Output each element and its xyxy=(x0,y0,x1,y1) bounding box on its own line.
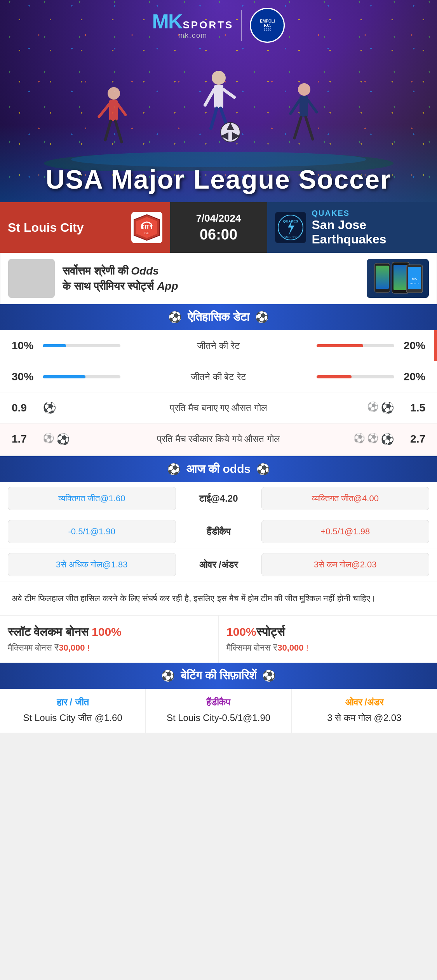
bonus-pct-sports: 100% xyxy=(226,625,256,638)
svg-rect-34 xyxy=(393,265,408,290)
bonus-pct-slots: 100% xyxy=(92,625,122,638)
right-bar-win-rate xyxy=(317,344,394,347)
app-mockup-svg: MK SPORTS xyxy=(371,260,425,297)
svg-point-13 xyxy=(298,83,310,96)
table-row: 0.9 ⚽ प्रति मैच बनाए गए औसत गोल ⚽ ⚽ 1.5 xyxy=(0,392,437,424)
odds-btn-over-left[interactable]: 3से अधिक गोल@1.83 xyxy=(8,553,176,576)
table-row: 10% जीतने की रेट 20% xyxy=(0,330,437,361)
soccer-icon-rec-right: ⚽ xyxy=(262,669,276,682)
bonus-amt-sports: 30,000 xyxy=(277,643,303,653)
promo-banner[interactable]: सर्वोत्तम श्रेणी की Odds के साथ प्रीमियर… xyxy=(0,253,437,304)
match-time: 06:00 xyxy=(200,226,237,243)
odds-row: 3से अधिक गोल@1.83 ओवर /अंडर 3से कम गोल@2… xyxy=(0,548,437,581)
soccer-icon-odds-right: ⚽ xyxy=(256,463,270,476)
soccer-icon-odds-left: ⚽ xyxy=(167,463,181,476)
rec-value-handicap: St Louis City-0.5/1@1.90 xyxy=(151,711,285,725)
svg-text:SPORTS: SPORTS xyxy=(410,282,420,285)
left-value-win-rate: 10% xyxy=(12,340,43,352)
hero-title: USA Major League Soccer xyxy=(0,164,437,194)
odds-btn-handicap-right[interactable]: +0.5/1@1.98 xyxy=(261,520,430,543)
team-left-logo: CITY SC xyxy=(131,212,162,243)
odds-label-win: टाई@4.20 xyxy=(180,493,258,504)
team-right-abbr: QUAKES xyxy=(312,209,430,218)
right-value-avg-conceded: 2.7 xyxy=(394,433,425,445)
promo-text-area: सर्वोत्तम श्रेणी की Odds के साथ प्रीमियर… xyxy=(63,263,359,294)
empoli-name: EMPOLIF.C. xyxy=(260,19,275,28)
team-right-name: San Jose Earthquakes xyxy=(312,218,430,247)
rec-type-over-under: ओवर /अंडर xyxy=(298,697,431,708)
bonus-label-slots: स्लॉट वेलकम बोनस xyxy=(8,625,92,638)
svg-rect-26 xyxy=(151,224,152,229)
svg-rect-2 xyxy=(214,85,223,108)
historical-section-header: ⚽ ऐतिहासिक डेटा ⚽ xyxy=(0,304,437,330)
svg-line-5 xyxy=(211,108,217,128)
right-bar-bet-rate xyxy=(317,375,394,378)
ball-icon: ⚽ xyxy=(43,401,56,414)
team-right: QUAKES SAN JOSE QUAKES San Jose Earthqua… xyxy=(267,202,437,253)
team-left-name: St Louis City xyxy=(8,220,125,235)
promo-image-placeholder xyxy=(8,259,55,298)
odds-row: -0.5/1@1.90 हैंडीकैप +0.5/1@1.98 xyxy=(0,515,437,548)
bonus-subtitle-sports: मैक्सिमम बोनस ₹30,000 ! xyxy=(226,643,429,653)
left-bar-win-rate xyxy=(43,344,120,347)
ball-icon: ⚽ xyxy=(43,433,54,446)
right-value-bet-rate: 20% xyxy=(394,371,425,383)
left-value-avg-conceded: 1.7 xyxy=(12,433,43,445)
rec-type-win-loss: हार / जीत xyxy=(6,697,139,708)
bonus-title-sports: 100%स्पोर्ट्स xyxy=(226,625,429,639)
ball-icon: ⚽ xyxy=(56,433,70,446)
odds-label-over: ओवर /अंडर xyxy=(180,559,258,570)
bonus-title-slots: स्लॉट वेलकम बोनस 100% xyxy=(8,625,211,639)
odds-btn-over-right[interactable]: 3से कम गोल@2.03 xyxy=(261,553,430,576)
odds-section-title: आज की odds xyxy=(186,462,251,476)
match-date: 7/04/2024 xyxy=(196,212,241,224)
sports-text: SPORTS xyxy=(183,19,233,31)
recommendations-section: हार / जीत St Louis City जीत @1.60 हैंडीक… xyxy=(0,689,437,733)
svg-line-18 xyxy=(306,117,313,139)
svg-line-4 xyxy=(223,89,234,97)
team-left: St Louis City CITY SC xyxy=(0,202,170,253)
rec-value-win-loss: St Louis City जीत @1.60 xyxy=(6,711,139,725)
bonus-card-slots[interactable]: स्लॉट वेलकम बोनस 100% मैक्सिमम बोनस ₹30,… xyxy=(0,616,219,663)
left-bar-bet-rate xyxy=(43,375,120,378)
match-bar: St Louis City CITY SC 7/04/2024 06:00 xyxy=(0,202,437,253)
odds-btn-win-right[interactable]: व्यक्तिगत जीत@4.00 xyxy=(261,487,430,510)
brand-logo-area: MK SPORTS mk.com EMPOLIF.C. 1920 xyxy=(152,8,285,43)
ball-icon: ⚽ xyxy=(367,433,379,446)
ball-icon: ⚽ xyxy=(367,401,379,414)
odds-section-header: ⚽ आज की odds ⚽ xyxy=(0,456,437,482)
right-value-avg-goals: 1.5 xyxy=(394,402,425,414)
center-label-bet-rate: जीतने की बेट रेट xyxy=(120,371,317,382)
bonus-subtitle-slots: मैक्सिमम बोनस ₹30,000 ! xyxy=(8,643,211,653)
svg-line-12 xyxy=(115,121,122,142)
svg-line-9 xyxy=(99,104,109,117)
bonus-amt-slots: 30,000 xyxy=(59,643,85,653)
mk-domain: mk.com xyxy=(178,32,207,40)
svg-line-3 xyxy=(205,89,214,105)
promo-text: सर्वोत्तम श्रेणी की Odds के साथ प्रीमियर… xyxy=(63,263,359,294)
svg-line-15 xyxy=(291,100,299,114)
svg-text:QUAKES: QUAKES xyxy=(283,219,298,223)
logo-divider xyxy=(241,10,242,41)
svg-rect-8 xyxy=(109,100,118,121)
bonus-card-sports[interactable]: 100%स्पोर्ट्स मैक्सिमम बोनस ₹30,000 ! xyxy=(219,616,437,663)
analysis-section: अवे टीम फिलहाल जीत हासिल करने के लिए संघ… xyxy=(0,581,437,615)
ball-icon: ⚽ xyxy=(381,401,394,414)
promo-app-image: MK SPORTS xyxy=(367,259,429,298)
rec-col-handicap: हैंडीकैप St Louis City-0.5/1@1.90 xyxy=(146,689,291,733)
mk-sports-logo: MK SPORTS mk.com xyxy=(152,11,234,40)
svg-rect-25 xyxy=(141,224,143,229)
odds-btn-handicap-left[interactable]: -0.5/1@1.90 xyxy=(8,520,176,543)
rec-col-over-under: ओवर /अंडर 3 से कम गोल @2.03 xyxy=(292,689,437,733)
empoli-badge: EMPOLIF.C. 1920 xyxy=(250,8,285,43)
bonus-section: स्लॉट वेलकम बोनस 100% मैक्सिमम बोनस ₹30,… xyxy=(0,615,437,663)
svg-line-10 xyxy=(118,104,125,115)
mk-logo-text: MK xyxy=(152,11,182,32)
soccer-icon-right: ⚽ xyxy=(255,311,269,324)
odds-btn-win-left[interactable]: व्यक्तिगत जीत@1.60 xyxy=(8,487,176,510)
odds-section: व्यक्तिगत जीत@1.60 टाई@4.20 व्यक्तिगत जी… xyxy=(0,482,437,581)
historical-section-title: ऐतिहासिक डेटा xyxy=(188,310,249,324)
right-value-win-rate: 20% xyxy=(394,340,425,352)
svg-rect-32 xyxy=(376,266,389,289)
left-icons-avg-goals: ⚽ xyxy=(43,401,82,414)
